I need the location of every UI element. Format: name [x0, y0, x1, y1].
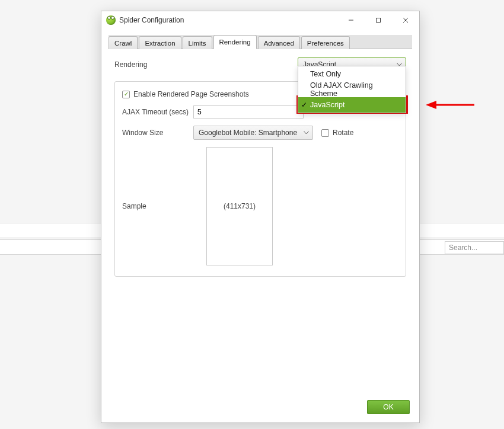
window-size-row: Window Size Googlebot Mobile: Smartphone… — [122, 126, 398, 140]
svg-marker-5 — [426, 101, 436, 109]
tab-limits[interactable]: Limits — [183, 36, 212, 49]
rotate-checkbox[interactable] — [321, 129, 329, 137]
tab-rendering[interactable]: Rendering — [213, 35, 257, 49]
rendering-option-javascript[interactable]: JavaScript — [298, 97, 406, 113]
tab-strip: Crawl Extraction Limits Rendering Advanc… — [109, 35, 412, 49]
rendering-label: Rendering — [114, 60, 186, 69]
window-controls — [337, 11, 419, 29]
window-size-select[interactable]: Googlebot Mobile: Smartphone — [193, 126, 313, 140]
rotate-label: Rotate — [333, 129, 353, 137]
ajax-timeout-input[interactable] — [193, 105, 304, 119]
sample-dims: (411x731) — [224, 202, 256, 210]
frog-icon — [106, 15, 116, 25]
sample-preview: (411x731) — [206, 147, 273, 265]
sample-row: Sample (411x731) — [122, 147, 398, 265]
rendering-option-old-ajax[interactable]: Old AJAX Crawling Scheme — [298, 82, 406, 97]
background-search-input[interactable]: Search... — [445, 241, 504, 254]
dialog-title: Spider Configuration — [119, 16, 184, 24]
annotation-arrow — [426, 99, 476, 111]
tab-crawl[interactable]: Crawl — [109, 36, 138, 49]
maximize-icon — [375, 17, 381, 23]
svg-rect-1 — [377, 18, 381, 23]
sample-label: Sample — [122, 202, 193, 210]
spider-config-dialog: Spider Configuration Crawl Extraction Li… — [101, 11, 420, 423]
window-size-value: Googlebot Mobile: Smartphone — [199, 129, 297, 137]
titlebar: Spider Configuration — [101, 11, 419, 29]
tab-extraction[interactable]: Extraction — [139, 36, 181, 49]
maximize-button[interactable] — [365, 11, 392, 29]
tab-preferences[interactable]: Preferences — [301, 36, 350, 49]
dialog-content: Crawl Extraction Limits Rendering Advanc… — [101, 29, 419, 422]
rendering-option-text-only[interactable]: Text Only — [298, 66, 406, 82]
minimize-button[interactable] — [337, 11, 365, 29]
enable-screenshots-checkbox[interactable] — [122, 91, 130, 98]
close-button[interactable] — [392, 11, 419, 29]
ok-button[interactable]: OK — [367, 400, 410, 414]
ajax-timeout-label: AJAX Timeout (secs) — [122, 108, 193, 116]
rendering-dropdown: Text Only Old AJAX Crawling Scheme JavaS… — [298, 66, 406, 113]
window-size-label: Window Size — [122, 129, 193, 137]
minimize-icon — [348, 17, 354, 23]
chevron-down-icon — [304, 131, 309, 135]
tab-advanced[interactable]: Advanced — [258, 36, 300, 49]
close-icon — [403, 17, 409, 23]
enable-screenshots-label: Enable Rendered Page Screenshots — [133, 90, 249, 98]
